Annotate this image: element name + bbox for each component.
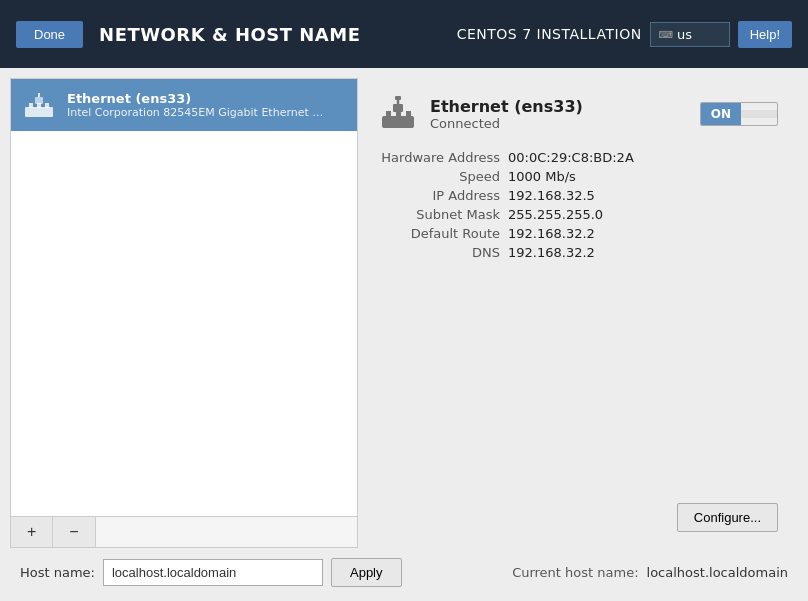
ethernet-detail-icon — [378, 94, 418, 134]
svg-rect-0 — [25, 107, 53, 117]
speed-value: 1000 Mb/s — [508, 169, 576, 184]
svg-rect-10 — [393, 104, 403, 112]
default-route-label: Default Route — [378, 226, 508, 241]
info-table: Hardware Address 00:0C:29:C8:BD:2A Speed… — [378, 150, 778, 260]
ip-address-label: IP Address — [378, 188, 508, 203]
toggle-switch[interactable]: ON — [700, 102, 778, 126]
svg-rect-12 — [395, 96, 401, 100]
add-network-button[interactable]: + — [11, 517, 53, 547]
network-list-panel: Ethernet (ens33) Intel Corporation 82545… — [10, 78, 358, 548]
hostname-input[interactable] — [103, 559, 323, 586]
network-detail-panel: Ethernet (ens33) Connected ON Hardware A… — [358, 78, 798, 548]
svg-rect-6 — [382, 116, 414, 128]
detail-name: Ethernet (ens33) — [430, 97, 583, 116]
done-button[interactable]: Done — [16, 21, 83, 48]
subnet-mask-row: Subnet Mask 255.255.255.0 — [378, 207, 778, 222]
current-hostname-value: localhost.localdomain — [647, 565, 788, 580]
network-item-desc: Intel Corporation 82545EM Gigabit Ethern… — [67, 106, 327, 119]
svg-rect-3 — [45, 103, 49, 108]
toggle-on-label: ON — [701, 103, 741, 125]
centos-title: CENTOS 7 INSTALLATION — [457, 26, 642, 42]
subnet-mask-label: Subnet Mask — [378, 207, 508, 222]
dns-label: DNS — [378, 245, 508, 260]
help-button[interactable]: Help! — [738, 21, 792, 48]
keyboard-language-selector[interactable]: ⌨ us — [650, 22, 730, 47]
detail-header: Ethernet (ens33) Connected ON — [378, 94, 778, 134]
bottom-bar: Host name: Apply Current host name: loca… — [10, 548, 798, 591]
network-list: Ethernet (ens33) Intel Corporation 82545… — [11, 79, 357, 516]
main-content: Ethernet (ens33) Intel Corporation 82545… — [0, 68, 808, 601]
subnet-mask-value: 255.255.255.0 — [508, 207, 603, 222]
svg-rect-7 — [386, 111, 391, 117]
dns-row: DNS 192.168.32.2 — [378, 245, 778, 260]
ip-address-value: 192.168.32.5 — [508, 188, 595, 203]
dns-value: 192.168.32.2 — [508, 245, 595, 260]
bottom-right: Current host name: localhost.localdomain — [512, 565, 788, 580]
ethernet-list-icon — [21, 87, 57, 123]
svg-rect-9 — [406, 111, 411, 117]
network-item-name: Ethernet (ens33) — [67, 91, 327, 106]
network-area: Ethernet (ens33) Intel Corporation 82545… — [10, 78, 798, 548]
header-left: Done NETWORK & HOST NAME — [16, 21, 361, 48]
remove-network-button[interactable]: − — [53, 517, 95, 547]
toggle-off-area — [741, 110, 777, 118]
page-title: NETWORK & HOST NAME — [99, 24, 360, 45]
network-item[interactable]: Ethernet (ens33) Intel Corporation 82545… — [11, 79, 357, 131]
current-hostname-label: Current host name: — [512, 565, 638, 580]
detail-status: Connected — [430, 116, 583, 131]
hardware-address-row: Hardware Address 00:0C:29:C8:BD:2A — [378, 150, 778, 165]
speed-label: Speed — [378, 169, 508, 184]
configure-button[interactable]: Configure... — [677, 503, 778, 532]
list-toolbar: + − — [11, 516, 357, 547]
detail-header-left: Ethernet (ens33) Connected — [378, 94, 583, 134]
apply-button[interactable]: Apply — [331, 558, 402, 587]
network-item-text: Ethernet (ens33) Intel Corporation 82545… — [67, 91, 327, 119]
hostname-label: Host name: — [20, 565, 95, 580]
header: Done NETWORK & HOST NAME CENTOS 7 INSTAL… — [0, 0, 808, 68]
default-route-value: 192.168.32.2 — [508, 226, 595, 241]
svg-rect-1 — [29, 103, 33, 108]
header-right: CENTOS 7 INSTALLATION ⌨ us Help! — [457, 21, 792, 48]
hardware-address-value: 00:0C:29:C8:BD:2A — [508, 150, 634, 165]
hardware-address-label: Hardware Address — [378, 150, 508, 165]
keyboard-icon: ⌨ — [659, 29, 673, 40]
keyboard-lang-label: us — [677, 27, 692, 42]
default-route-row: Default Route 192.168.32.2 — [378, 226, 778, 241]
svg-rect-4 — [35, 97, 43, 104]
bottom-left: Host name: Apply — [20, 558, 402, 587]
speed-row: Speed 1000 Mb/s — [378, 169, 778, 184]
detail-name-status: Ethernet (ens33) Connected — [430, 97, 583, 131]
ip-address-row: IP Address 192.168.32.5 — [378, 188, 778, 203]
